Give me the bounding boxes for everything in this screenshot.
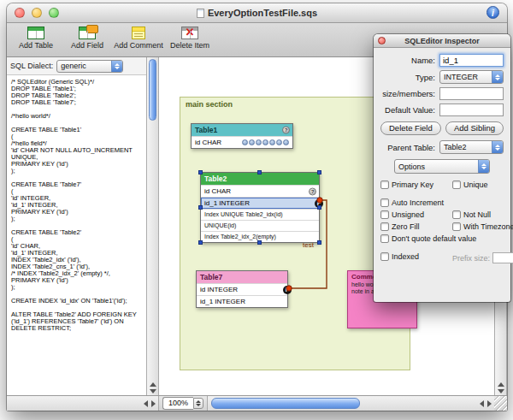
constraint-text: Index Table2_idx_2(empty) (204, 232, 276, 242)
checkbox-indexed[interactable]: Indexed (380, 252, 451, 263)
dialect-select[interactable]: generic (56, 60, 123, 73)
checkbox-icon[interactable] (380, 252, 389, 261)
parent-table-label: Parent Table: (380, 143, 439, 152)
add-comment-button[interactable]: Add Comment (115, 25, 162, 50)
table2-row-id[interactable]: id CHAR ? (201, 185, 319, 197)
zoom-button[interactable] (49, 8, 59, 18)
canvas-hscrollbar-thumb[interactable] (211, 398, 360, 409)
scroll-up-icon[interactable] (150, 382, 156, 387)
delete-item-button[interactable]: ✕ Delete Item (166, 25, 214, 50)
selection-handle[interactable] (198, 205, 203, 210)
zoom-level[interactable]: 100% (162, 397, 193, 410)
checkbox-icon[interactable] (380, 234, 389, 243)
checkbox-label: Don't quote default value (392, 234, 476, 243)
delete-field-button[interactable]: Delete Field (380, 121, 441, 135)
table1-row-id[interactable]: id CHAR (192, 136, 292, 148)
size-members-field[interactable] (439, 87, 504, 100)
canvas-horizontal-scrollbar[interactable] (207, 396, 494, 411)
help-icon[interactable]: ? (309, 187, 316, 195)
zoom-control[interactable]: 100% (162, 398, 203, 409)
info-icon[interactable]: i (486, 6, 499, 19)
traffic-lights (15, 8, 59, 18)
checkbox-icon[interactable] (380, 222, 389, 231)
selection-handle[interactable] (198, 170, 203, 175)
checkbox-icon[interactable] (452, 210, 461, 219)
table-table7[interactable]: Table7 id INTEGER P id_1 INTEGER (196, 270, 288, 308)
checkbox-dont-quote-default[interactable]: Don't quote default value (380, 234, 513, 243)
sql-source-text[interactable]: /* SQLEditor (Generic SQL)*/ DROP TABLE … (7, 75, 146, 395)
inspector-close-button[interactable] (378, 37, 386, 44)
add-table-button[interactable]: Add Table (12, 25, 60, 50)
checkbox-icon[interactable] (380, 198, 389, 207)
add-field-button[interactable]: Add Field (63, 25, 111, 50)
table-table1[interactable]: Table1 ? id CHAR (191, 123, 293, 149)
sidebar-scrollbar-thumb[interactable] (149, 59, 156, 121)
canvas-vscrollbar-arrows[interactable] (495, 382, 506, 393)
selection-handle[interactable] (257, 240, 262, 245)
checkbox-icon[interactable] (380, 180, 389, 189)
options-select[interactable]: Options (394, 159, 490, 174)
scroll-down-icon[interactable] (150, 389, 156, 393)
popup-arrows-icon (111, 61, 122, 72)
checkbox-zero-fill[interactable]: Zero Fill (380, 222, 451, 231)
sidebar-vertical-scrollbar[interactable] (146, 57, 159, 395)
name-field[interactable] (439, 54, 504, 67)
default-value-field[interactable] (439, 104, 504, 116)
section-label: main section (186, 100, 233, 109)
selection-handle[interactable] (317, 170, 321, 175)
checkbox-unique[interactable]: Unique (452, 180, 513, 189)
scroll-right-icon[interactable] (151, 400, 156, 407)
checkbox-icon[interactable] (452, 222, 461, 231)
dialect-label: SQL Dialect: (10, 62, 53, 70)
resize-grip[interactable] (494, 396, 507, 411)
field-text: id CHAR (204, 186, 231, 197)
table2-unique-row[interactable]: UNIQUE(id) (201, 220, 319, 231)
checkbox-unsigned[interactable]: Unsigned (380, 210, 451, 219)
checkbox-primary-key[interactable]: Primary Key (380, 180, 451, 189)
checkbox-icon[interactable] (452, 180, 461, 189)
sidebar-horizontal-scrollbar[interactable] (7, 396, 159, 411)
checkbox-label: Primary Key (392, 180, 433, 189)
checkbox-not-null[interactable]: Not Null (452, 210, 513, 219)
scroll-down-icon[interactable] (498, 389, 504, 393)
table-table2[interactable]: Table2 id CHAR ? id_1 INTEGER P Index UN… (200, 172, 320, 243)
selection-handle[interactable] (317, 205, 321, 210)
default-value-label: Default Value: (380, 105, 439, 115)
scroll-left-icon[interactable] (480, 400, 484, 407)
table2-header[interactable]: Table2 (201, 173, 319, 185)
field-option-toggle-icons[interactable] (242, 139, 289, 145)
selection-handle[interactable] (198, 240, 203, 245)
checkbox-with-timezone[interactable]: With Timezone (452, 222, 513, 231)
close-button[interactable] (15, 8, 25, 18)
table2-row-id1-selected[interactable]: id_1 INTEGER P (201, 197, 319, 209)
table7-header[interactable]: Table7 (197, 271, 287, 283)
field-text: id CHAR (195, 137, 221, 148)
scroll-left-icon[interactable] (144, 400, 148, 407)
scroll-right-icon[interactable] (487, 400, 492, 407)
selection-handle[interactable] (317, 240, 321, 245)
document-icon (197, 9, 204, 18)
scroll-up-icon[interactable] (498, 382, 504, 387)
relationship-label[interactable]: test (303, 241, 314, 249)
zoom-stepper[interactable] (193, 398, 203, 409)
minimize-button[interactable] (32, 8, 42, 18)
table7-row-id1[interactable]: id_1 INTEGER (197, 295, 287, 307)
checkbox-label: Auto Increment (392, 198, 444, 207)
window-title: EveryOptionTestFile.sqs (7, 3, 507, 22)
add-sibling-button[interactable]: Add Sibling (445, 121, 504, 135)
sidebar-scrollbar-arrows[interactable] (147, 382, 158, 393)
type-select[interactable]: INTEGER (439, 70, 504, 84)
window-title-text: EveryOptionTestFile.sqs (208, 8, 317, 18)
table1-header[interactable]: Table1 ? (192, 124, 292, 136)
prefix-size-field[interactable] (492, 252, 513, 263)
parent-table-select[interactable]: Table2 (439, 140, 504, 154)
titlebar[interactable]: EveryOptionTestFile.sqs i (7, 3, 507, 23)
inspector-titlebar[interactable]: SQLEditor Inspector (374, 34, 510, 48)
help-icon[interactable]: ? (282, 127, 290, 134)
checkbox-auto-increment[interactable]: Auto Increment (380, 198, 513, 207)
checkbox-icon[interactable] (380, 210, 389, 219)
selection-handle[interactable] (257, 170, 262, 175)
table7-row-id[interactable]: id INTEGER P (197, 283, 287, 295)
inspector-window[interactable]: SQLEditor Inspector Name: Type: INTEGER … (374, 34, 510, 302)
table2-index-row[interactable]: Index UNIQUE Table2_idx(id) (201, 209, 319, 220)
